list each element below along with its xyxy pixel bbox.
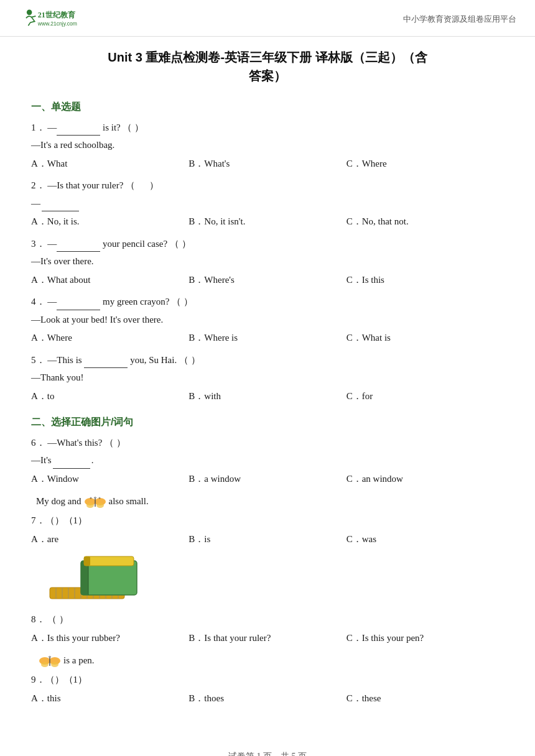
main-title-line1: Unit 3 重难点检测卷-英语三年级下册 译林版（三起）（含 [31,48,504,67]
q4-options: A．Where B．Where is C．What is [31,330,504,346]
q2-optC: C．No, that not. [347,214,504,230]
svg-rect-25 [84,556,134,566]
q6-optA: A．Window [31,471,188,487]
logo-icon: 21世纪教育 www.21cnjy.com [19,6,93,32]
q5-optC: C．for [347,389,504,405]
q9-optB: B．thoes [188,691,346,707]
svg-text:www.21cnjy.com: www.21cnjy.com [37,21,77,27]
q1-optC: C．Where [347,156,504,172]
main-title-line2: 答案） [31,67,504,85]
q9-optA: A．this [31,691,188,707]
q7-img-suffix: also small. [109,494,149,510]
q5-optA: A．to [31,389,188,405]
q6-answer: —It's. [31,453,504,469]
q3-answer: —It's over there. [31,254,504,270]
q9-options: A．this B．thoes C．these [31,691,504,707]
q4-optB: B．Where is [188,330,346,346]
main-content: Unit 3 重难点检测卷-英语三年级下册 译林版（三起）（含 答案） 一、单选… [0,37,535,731]
svg-point-8 [90,497,91,499]
section1-title: 一、单选题 [31,99,504,115]
q1-answer: —It's a red schoolbag. [31,137,504,154]
q1-blank [57,124,100,136]
q5-options: A．to B．with C．for [31,389,504,405]
q5-answer: —Thank you! [31,370,504,386]
q4-num: 4． [31,297,45,307]
q2-answer-line: — [31,196,504,212]
svg-point-0 [27,10,32,16]
q8-num: 8． [31,614,45,624]
question-6: 6． —What's this? （ ） —It's. A．Window B．a… [31,435,504,487]
footer-text: 试卷第 1 页，共 5 页 [228,752,307,756]
q7-optC: C．was [347,532,504,548]
q4-blank [57,299,100,310]
question-4: 4． — my green crayon? （ ） —Look at your … [31,294,504,346]
q9-img-text: is a pen. [63,653,95,669]
main-title: Unit 3 重难点检测卷-英语三年级下册 译林版（三起）（含 答案） [31,48,504,85]
section2-title: 二、选择正确图片/词句 [31,414,504,430]
q3-blank [57,241,100,252]
q1-suffix: is it? （ ） [100,122,144,132]
svg-text:21世纪教育: 21世纪教育 [38,11,76,19]
q5-blank [84,357,128,368]
q3-optB: B．Where's [188,272,346,288]
question-2: 2． —Is that your ruler? （ ） — A．No, it i… [31,178,504,230]
header-platform-text: 中小学教育资源及组卷应用平台 [403,13,516,26]
q9-num: 9．（）（1） [31,675,87,685]
q7-num: 7．（）（1） [31,515,87,525]
q1-num: 1． [31,122,45,132]
svg-rect-26 [84,556,90,566]
q6-optB: B．a window [188,471,346,487]
question-9: is a pen. 9．（）（1） A．this B．thoes C．these [31,652,504,706]
q1-optA: A．What [31,156,188,172]
butterfly-icon-2 [39,652,61,670]
q3-optA: A．What about [31,272,188,288]
books-image [44,553,168,609]
q6-stem: 6． —What's this? （ ） [31,435,504,451]
q2-spaces [137,180,147,190]
q2-optA: A．No, it is. [31,214,188,230]
q2-blank [42,200,79,211]
question-3: 3． — your pencil case? （ ） —It's over th… [31,236,504,288]
q6-optC: C．an window [347,471,504,487]
q5-num: 5． [31,355,45,365]
q8-paren: （ ） [47,614,68,624]
q8-optA: A．Is this your rubber? [31,630,188,647]
question-7: My dog and also small. 7．（）（1） A．are B．i… [31,493,504,547]
q8-optB: B．Is that your ruler? [188,630,346,647]
q7-image-row: My dog and also small. [36,493,504,510]
q7-stem: 7．（）（1） [31,513,504,529]
svg-point-5 [86,503,94,508]
q9-image-row: is a pen. [36,652,504,670]
q7-optB: B．is [188,532,346,548]
butterfly-icon [84,493,106,510]
page-header: 21世纪教育 www.21cnjy.com 中小学教育资源及组卷应用平台 [0,0,535,37]
q2-options: A．No, it is. B．No, it isn't. C．No, that … [31,214,504,230]
q6-options: A．Window B．a window C．an window [31,471,504,487]
q8-options: A．Is this your rubber? B．Is that your ru… [31,630,504,647]
q9-optC: C．these [347,691,504,707]
q2-optB: B．No, it isn't. [188,214,346,230]
q6-num: 6． [31,438,45,448]
svg-point-29 [41,662,49,667]
q2-num: 2． [31,180,45,190]
q2-stem: 2． —Is that your ruler? （ ） [31,178,504,194]
q4-optA: A．Where [31,330,188,346]
svg-point-6 [96,503,104,508]
question-1: 1． — is it? （ ） —It's a red schoolbag. A… [31,120,504,172]
svg-point-9 [98,497,100,499]
q1-options: A．What B．What's C．Where [31,156,504,172]
q1-stem: 1． — is it? （ ） [31,120,504,136]
q8-stem: 8． （ ） [31,612,504,628]
q3-stem: 3． — your pencil case? （ ） [31,236,504,252]
question-5: 5． —This is you, Su Hai. （ ） —Thank you!… [31,353,504,405]
q5-stem: 5． —This is you, Su Hai. （ ） [31,353,504,369]
q1-dash: — [47,122,57,132]
q4-answer: —Look at your bed! It's over there. [31,312,504,328]
q9-stem: 9．（）（1） [31,672,504,688]
q2-text: —Is that your ruler? （ [47,180,135,190]
q2-close: ） [149,180,159,190]
q3-options: A．What about B．Where's C．Is this [31,272,504,288]
q8-optC: C．Is this your pen? [347,630,504,647]
q3-num: 3． [31,239,45,249]
logo-area: 21世纪教育 www.21cnjy.com [19,6,93,32]
